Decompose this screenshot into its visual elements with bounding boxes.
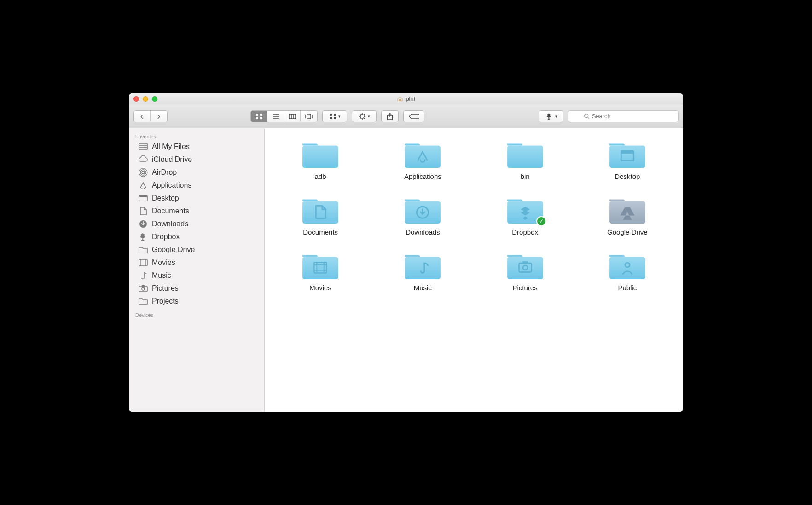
folder-icon [300,138,341,170]
sidebar-item-label: Desktop [152,194,179,202]
list-view-button[interactable] [267,111,284,122]
folder-icon [300,193,341,225]
share-button-group [381,110,399,122]
forward-button[interactable]: › [151,111,167,122]
sidebar-item-icloud-drive[interactable]: iCloud Drive [129,153,264,166]
sidebar-item-label: All My Files [152,143,190,151]
folder-pictures[interactable]: Pictures [483,249,567,292]
folder-bin[interactable]: bin [483,138,567,180]
folder-adb[interactable]: adb [278,138,362,180]
view-mode-buttons [250,110,318,122]
folder-google-drive[interactable]: Google Drive [586,193,669,236]
folder-desktop[interactable]: Desktop [586,138,669,180]
content-area[interactable]: adbApplicationsbinDesktopDocumentsDownlo… [265,128,683,412]
coverflow-view-button[interactable] [301,111,317,122]
svg-rect-31 [260,114,262,116]
svg-line-55 [364,114,365,115]
nav-buttons: ‹ › [133,110,168,122]
folder-movies[interactable]: Movies [278,249,362,292]
folder-icon [505,138,545,170]
svg-rect-37 [289,114,296,119]
sidebar-item-label: Music [152,271,171,280]
music-icon [138,271,148,280]
back-button[interactable]: ‹ [134,111,151,122]
folder-icon [607,138,648,170]
sidebar-item-label: AirDrop [152,168,177,177]
svg-rect-30 [256,114,258,116]
action-button-group: ▾ [352,110,377,122]
search-input[interactable] [592,113,663,120]
sidebar-item-label: Movies [152,258,175,267]
folder-label: Applications [404,172,441,180]
finder-window: phil ‹ › ▾ [129,93,683,412]
svg-rect-33 [260,117,262,119]
documents-icon [138,207,148,215]
sidebar-item-downloads[interactable]: Downloads [129,218,264,230]
folder-public[interactable]: Public [586,249,669,292]
icon-view-button[interactable] [251,111,267,122]
sidebar-item-all-my-files[interactable]: All My Files [129,140,264,153]
folder-applications[interactable]: Applications [381,138,464,180]
sidebar-item-label: Documents [152,207,189,215]
sidebar-section-devices: Devices [129,310,264,319]
applications-icon [138,181,148,189]
folder-icon [607,193,648,225]
search-field[interactable] [568,110,679,122]
folder-icon: ✓ [505,193,545,225]
sidebar-item-label: Google Drive [152,246,195,254]
svg-line-53 [364,118,365,119]
svg-rect-45 [330,117,332,119]
pictures-icon [138,284,148,293]
folder-dropbox[interactable]: ✓Dropbox [483,193,567,236]
window-body: Favorites All My FilesiCloud DriveAirDro… [129,128,683,412]
sidebar-item-label: Projects [152,297,179,305]
sidebar-item-documents[interactable]: Documents [129,205,264,218]
home-icon [397,96,403,102]
action-button[interactable]: ▾ [352,111,376,122]
svg-rect-32 [256,117,258,119]
sidebar-item-label: Applications [152,181,191,189]
sidebar-item-google-drive[interactable]: Google Drive [129,243,264,256]
arrange-button[interactable]: ▾ [323,111,347,122]
tags-button-group [403,110,424,122]
folder-music[interactable]: Music [381,249,464,292]
svg-rect-44 [334,114,336,116]
sidebar-item-desktop[interactable]: Desktop [129,192,264,205]
window-title: phil [129,95,683,102]
sidebar-item-label: Downloads [152,220,188,228]
dropbox-toolbar-button[interactable]: ▾ [539,111,563,122]
svg-rect-46 [334,117,336,119]
downloads-icon [138,220,148,228]
sidebar-item-dropbox[interactable]: Dropbox [129,230,264,243]
search-icon [584,113,590,119]
sidebar-item-movies[interactable]: Movies [129,256,264,269]
folder-documents[interactable]: Documents [278,193,362,236]
tags-button[interactable] [404,111,424,122]
folder-icon [402,138,443,170]
folder-label: Pictures [513,284,538,292]
folder-label: Google Drive [607,228,648,236]
movies-icon [138,258,148,267]
share-button[interactable] [382,111,398,122]
icon-grid: adbApplicationsbinDesktopDocumentsDownlo… [278,138,669,292]
svg-point-47 [360,114,364,118]
folder-icon [505,249,545,281]
column-view-button[interactable] [284,111,301,122]
sidebar-item-music[interactable]: Music [129,269,264,282]
svg-rect-40 [307,114,311,119]
sidebar-item-projects[interactable]: Projects [129,295,264,308]
folder-label: Desktop [615,172,640,180]
sidebar-item-pictures[interactable]: Pictures [129,282,264,295]
desktop-icon [138,194,148,202]
sidebar-item-airdrop[interactable]: AirDrop [129,166,264,179]
dropbox-toolbar-group: ▾ [539,110,563,122]
folder-label: bin [521,172,530,180]
folder-label: Documents [303,228,338,236]
folder-downloads[interactable]: Downloads [381,193,464,236]
svg-point-57 [584,114,588,118]
toolbar: ‹ › ▾ ▾ [129,104,683,128]
folder-label: Movies [309,284,331,292]
folder-icon [402,249,443,281]
folder-label: Dropbox [512,228,538,236]
sidebar-item-applications[interactable]: Applications [129,179,264,192]
